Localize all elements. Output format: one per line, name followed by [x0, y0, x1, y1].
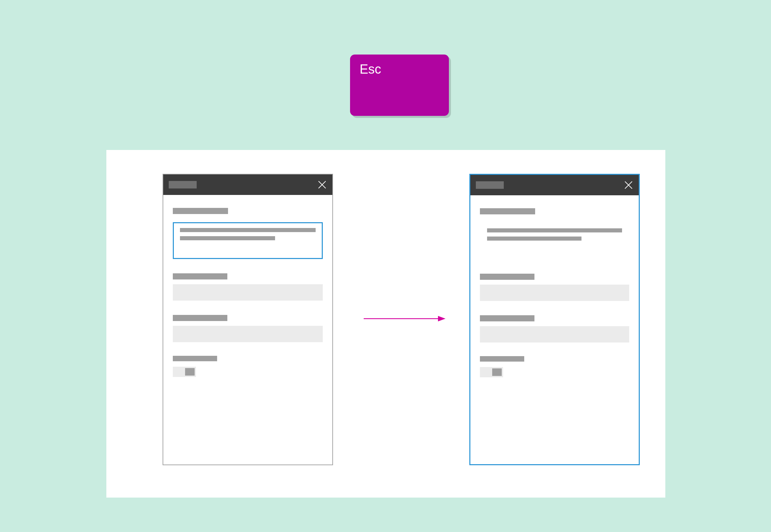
- text-line-placeholder: [180, 228, 316, 232]
- transition-arrow: [364, 314, 445, 324]
- text-field[interactable]: [173, 284, 323, 301]
- dialog-after: [469, 174, 640, 465]
- text-field[interactable]: [173, 326, 323, 342]
- toggle-label-placeholder: [480, 356, 524, 362]
- field-label-placeholder: [173, 315, 227, 321]
- text-field[interactable]: [480, 285, 629, 301]
- description-area[interactable]: [480, 223, 629, 259]
- text-line-placeholder: [180, 236, 275, 240]
- toggle-label-placeholder: [173, 356, 217, 361]
- esc-key-label: Esc: [360, 62, 381, 76]
- description-area-focused[interactable]: [173, 222, 323, 259]
- toggle-switch[interactable]: [480, 367, 503, 377]
- dialog-title-placeholder: [476, 181, 504, 189]
- toggle-thumb: [492, 368, 502, 376]
- section-heading-placeholder: [173, 208, 228, 214]
- dialog-titlebar: [470, 175, 639, 195]
- close-icon: [317, 185, 327, 191]
- arrow-right-icon: [364, 319, 445, 325]
- dialog-body: [163, 195, 332, 386]
- text-line-placeholder: [487, 237, 581, 241]
- svg-marker-1: [438, 316, 445, 321]
- toggle-switch[interactable]: [173, 367, 196, 377]
- field-label-placeholder: [480, 315, 534, 321]
- dialog-title-placeholder: [169, 181, 197, 188]
- dialog-titlebar: [163, 174, 332, 195]
- dialog-before: [163, 174, 333, 465]
- section-heading-placeholder: [480, 208, 535, 214]
- diagram-stage: [106, 150, 665, 498]
- field-label-placeholder: [480, 274, 534, 280]
- field-label-placeholder: [173, 273, 227, 279]
- close-icon: [624, 185, 633, 191]
- text-field[interactable]: [480, 326, 629, 343]
- toggle-thumb: [185, 368, 195, 376]
- close-button[interactable]: [624, 180, 633, 190]
- esc-key: Esc: [350, 55, 449, 116]
- dialog-body: [470, 195, 639, 387]
- text-line-placeholder: [487, 228, 622, 232]
- close-button[interactable]: [317, 180, 327, 189]
